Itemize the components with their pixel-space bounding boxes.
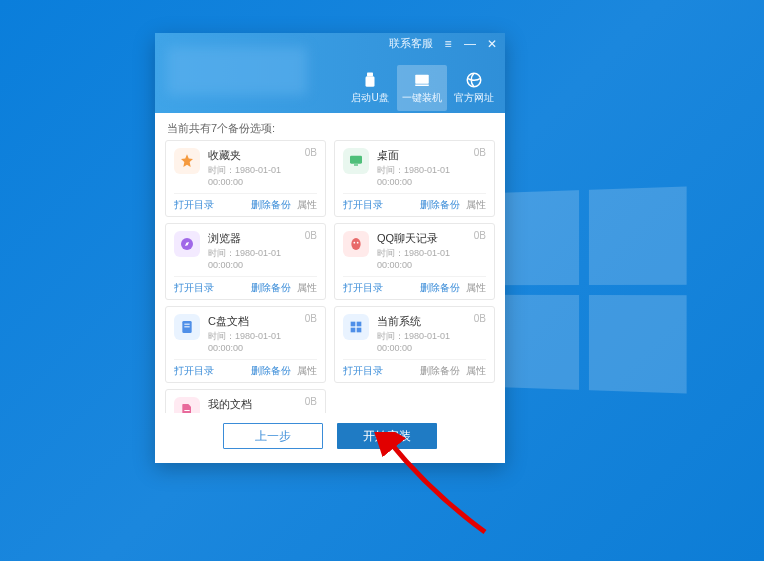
delete-backup-link[interactable]: 删除备份 bbox=[251, 198, 291, 212]
card-title: 桌面 bbox=[377, 148, 486, 163]
globe-icon bbox=[465, 71, 483, 89]
backup-card: 浏览器 时间：1980-01-01 00:00:00 0B 打开目录 删除备份 … bbox=[165, 223, 326, 300]
backup-card: 收藏夹 时间：1980-01-01 00:00:00 0B 打开目录 删除备份 … bbox=[165, 140, 326, 217]
svg-rect-12 bbox=[184, 324, 189, 325]
backup-card: 桌面 时间：1980-01-01 00:00:00 0B 打开目录 删除备份 属… bbox=[334, 140, 495, 217]
tab-label: 启动U盘 bbox=[351, 91, 388, 105]
star-icon bbox=[174, 148, 200, 174]
svg-rect-5 bbox=[350, 156, 362, 164]
nav-tabs: 启动U盘 一键装机 官方网址 bbox=[345, 65, 499, 111]
properties-link[interactable]: 属性 bbox=[466, 364, 486, 378]
svg-rect-6 bbox=[354, 164, 358, 165]
svg-point-8 bbox=[351, 238, 360, 250]
card-timestamp: 时间：1980-01-01 00:00:00 bbox=[208, 164, 317, 187]
open-dir-link[interactable]: 打开目录 bbox=[174, 198, 214, 212]
app-title-blurred bbox=[167, 47, 307, 95]
backup-list: 收藏夹 时间：1980-01-01 00:00:00 0B 打开目录 删除备份 … bbox=[155, 140, 505, 413]
card-timestamp: 时间：1980-01-01 00:00:00 bbox=[208, 330, 317, 353]
svg-rect-13 bbox=[184, 326, 189, 327]
card-title: C盘文档 bbox=[208, 314, 317, 329]
desktop-icon bbox=[343, 148, 369, 174]
open-dir-link[interactable]: 打开目录 bbox=[343, 281, 383, 295]
card-timestamp: 时间：1980-01-01 00:00:00 bbox=[377, 164, 486, 187]
svg-rect-1 bbox=[366, 76, 375, 87]
close-icon[interactable]: ✕ bbox=[485, 37, 499, 51]
delete-backup-link: 删除备份 bbox=[420, 364, 460, 378]
tab-one-click-install[interactable]: 一键装机 bbox=[397, 65, 447, 111]
properties-link[interactable]: 属性 bbox=[466, 281, 486, 295]
svg-rect-14 bbox=[351, 322, 356, 327]
svg-rect-0 bbox=[367, 73, 373, 77]
contact-support-link[interactable]: 联系客服 bbox=[389, 36, 433, 51]
properties-link[interactable]: 属性 bbox=[466, 198, 486, 212]
svg-rect-3 bbox=[415, 85, 429, 87]
card-size: 0B bbox=[474, 230, 486, 241]
card-size: 0B bbox=[474, 147, 486, 158]
card-timestamp: 时间：1980-01-01 00:00:00 bbox=[377, 247, 486, 270]
card-size: 0B bbox=[305, 147, 317, 158]
qq-icon bbox=[343, 231, 369, 257]
menu-icon[interactable]: ≡ bbox=[441, 37, 455, 51]
file-icon bbox=[174, 397, 200, 413]
tab-label: 一键装机 bbox=[402, 91, 442, 105]
prev-button[interactable]: 上一步 bbox=[223, 423, 323, 449]
backup-count-text: 当前共有7个备份选项: bbox=[155, 113, 505, 140]
svg-rect-17 bbox=[357, 328, 362, 333]
backup-card: 当前系统 时间：1980-01-01 00:00:00 0B 打开目录 删除备份… bbox=[334, 306, 495, 383]
footer-actions: 上一步 开始安装 bbox=[155, 413, 505, 463]
tab-official-site[interactable]: 官方网址 bbox=[449, 65, 499, 111]
win-icon bbox=[343, 314, 369, 340]
card-size: 0B bbox=[474, 313, 486, 324]
svg-point-9 bbox=[353, 242, 355, 244]
tab-boot-usb[interactable]: 启动U盘 bbox=[345, 65, 395, 111]
backup-card: C盘文档 时间：1980-01-01 00:00:00 0B 打开目录 删除备份… bbox=[165, 306, 326, 383]
delete-backup-link[interactable]: 删除备份 bbox=[251, 364, 291, 378]
card-timestamp: 时间：1980-01-01 00:00:00 bbox=[208, 247, 317, 270]
window-controls: 联系客服 ≡ — ✕ bbox=[389, 36, 499, 51]
installer-window: 联系客服 ≡ — ✕ 启动U盘 一键装机 官方网址 当前共有7个备份选项: bbox=[155, 33, 505, 463]
doc-icon bbox=[174, 314, 200, 340]
card-size: 0B bbox=[305, 313, 317, 324]
usb-icon bbox=[361, 71, 379, 89]
delete-backup-link[interactable]: 删除备份 bbox=[420, 198, 460, 212]
svg-point-10 bbox=[357, 242, 359, 244]
backup-card: 我的文档 时间：1980-01-01 00:00:00 0B 打开目录 删除备份… bbox=[165, 389, 326, 413]
start-install-button[interactable]: 开始安装 bbox=[337, 423, 437, 449]
svg-rect-16 bbox=[351, 328, 356, 333]
backup-card: QQ聊天记录 时间：1980-01-01 00:00:00 0B 打开目录 删除… bbox=[334, 223, 495, 300]
card-title: 当前系统 bbox=[377, 314, 486, 329]
open-dir-link[interactable]: 打开目录 bbox=[343, 198, 383, 212]
svg-rect-2 bbox=[415, 75, 429, 84]
install-icon bbox=[413, 71, 431, 89]
card-timestamp: 时间：1980-01-01 00:00:00 bbox=[377, 330, 486, 353]
card-size: 0B bbox=[305, 396, 317, 407]
header: 联系客服 ≡ — ✕ 启动U盘 一键装机 官方网址 bbox=[155, 33, 505, 113]
delete-backup-link[interactable]: 删除备份 bbox=[420, 281, 460, 295]
delete-backup-link[interactable]: 删除备份 bbox=[251, 281, 291, 295]
open-dir-link[interactable]: 打开目录 bbox=[174, 364, 214, 378]
properties-link[interactable]: 属性 bbox=[297, 364, 317, 378]
open-dir-link[interactable]: 打开目录 bbox=[343, 364, 383, 378]
properties-link[interactable]: 属性 bbox=[297, 281, 317, 295]
svg-rect-15 bbox=[357, 322, 362, 327]
minimize-icon[interactable]: — bbox=[463, 37, 477, 51]
card-title: 浏览器 bbox=[208, 231, 317, 246]
card-title: 我的文档 bbox=[208, 397, 317, 412]
tab-label: 官方网址 bbox=[454, 91, 494, 105]
properties-link[interactable]: 属性 bbox=[297, 198, 317, 212]
svg-rect-18 bbox=[184, 410, 189, 411]
card-title: QQ聊天记录 bbox=[377, 231, 486, 246]
open-dir-link[interactable]: 打开目录 bbox=[174, 281, 214, 295]
card-title: 收藏夹 bbox=[208, 148, 317, 163]
card-size: 0B bbox=[305, 230, 317, 241]
windows-background-logo bbox=[488, 186, 686, 393]
compass-icon bbox=[174, 231, 200, 257]
